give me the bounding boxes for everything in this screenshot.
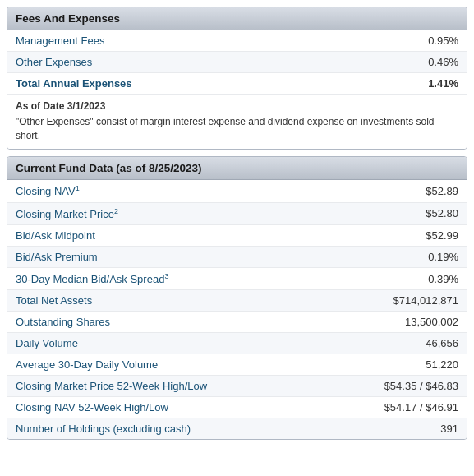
fund-row-label: 30-Day Median Bid/Ask Spread3 [16, 272, 376, 285]
fund-row-sup: 2 [114, 207, 118, 215]
fund-row-label: Closing NAV 52-Week High/Low [16, 401, 376, 414]
fund-row: Bid/Ask Premium0.19% [7, 247, 467, 268]
fund-header: Current Fund Data (as of 8/25/2023) [7, 157, 467, 180]
fund-row-label: Average 30-Day Daily Volume [16, 358, 376, 371]
fund-row-value: $52.99 [376, 229, 458, 242]
fund-row-label: Number of Holdings (excluding cash) [16, 423, 376, 435]
fund-row-label: Bid/Ask Premium [16, 251, 376, 263]
fund-row-value: $54.17 / $46.91 [376, 401, 458, 414]
fees-row-value: 0.95% [376, 35, 458, 47]
fund-row-value: 0.39% [376, 273, 458, 285]
fees-row-label: Other Expenses [16, 56, 376, 68]
fund-row-value: $52.89 [376, 185, 458, 197]
fund-row: Average 30-Day Daily Volume51,220 [7, 354, 467, 376]
fund-row-label: Total Net Assets [16, 294, 376, 307]
fees-row: Management Fees0.95% [7, 30, 467, 52]
fund-row: Number of Holdings (excluding cash)391 [7, 418, 467, 439]
fund-section: Current Fund Data (as of 8/25/2023) Clos… [7, 156, 467, 440]
fees-row-value: 1.41% [376, 77, 458, 90]
fees-row-value: 0.46% [376, 56, 458, 68]
fees-note-text: "Other Expenses" consist of margin inter… [16, 115, 458, 143]
fees-row: Total Annual Expenses1.41% [7, 73, 467, 94]
fund-row-value: $54.35 / $46.83 [376, 380, 458, 392]
fund-row-value: 46,656 [376, 337, 458, 349]
fees-table: Management Fees0.95%Other Expenses0.46%T… [7, 30, 467, 94]
fund-row-value: 13,500,002 [376, 316, 458, 328]
fund-row: Daily Volume46,656 [7, 333, 467, 354]
fees-header: Fees And Expenses [7, 7, 467, 30]
fund-row-label: Outstanding Shares [16, 316, 376, 328]
fund-row-value: $714,012,871 [376, 294, 458, 307]
fund-row: Total Net Assets$714,012,871 [7, 290, 467, 312]
fund-row-label: Closing Market Price2 [16, 207, 376, 220]
fund-row-value: 0.19% [376, 251, 458, 263]
fund-row-sup: 3 [164, 272, 168, 280]
fees-row: Other Expenses0.46% [7, 52, 467, 73]
fund-row-value: $52.80 [376, 207, 458, 220]
fund-row: Closing Market Price 52-Week High/Low$54… [7, 376, 467, 397]
fund-row: Outstanding Shares13,500,002 [7, 312, 467, 333]
fees-row-label: Total Annual Expenses [16, 77, 376, 90]
fund-table: Closing NAV1$52.89Closing Market Price2$… [7, 180, 467, 439]
fees-section: Fees And Expenses Management Fees0.95%Ot… [7, 7, 467, 150]
fund-row-label: Daily Volume [16, 337, 376, 349]
fund-row: Closing NAV1$52.89 [7, 180, 467, 202]
fees-row-label: Management Fees [16, 35, 376, 47]
fund-row: Closing Market Price2$52.80 [7, 203, 467, 225]
fund-row: Closing NAV 52-Week High/Low$54.17 / $46… [7, 397, 467, 418]
fund-row-label: Closing Market Price 52-Week High/Low [16, 380, 376, 392]
fund-row-label: Bid/Ask Midpoint [16, 229, 376, 242]
fund-row: 30-Day Median Bid/Ask Spread30.39% [7, 268, 467, 290]
fund-row: Bid/Ask Midpoint$52.99 [7, 225, 467, 247]
fees-note-date: As of Date 3/1/2023 [16, 99, 458, 113]
fees-note: As of Date 3/1/2023 "Other Expenses" con… [7, 94, 467, 149]
fund-row-sup: 1 [76, 184, 80, 192]
fund-row-value: 391 [376, 423, 458, 435]
fund-row-label: Closing NAV1 [16, 184, 376, 197]
fund-row-value: 51,220 [376, 358, 458, 371]
